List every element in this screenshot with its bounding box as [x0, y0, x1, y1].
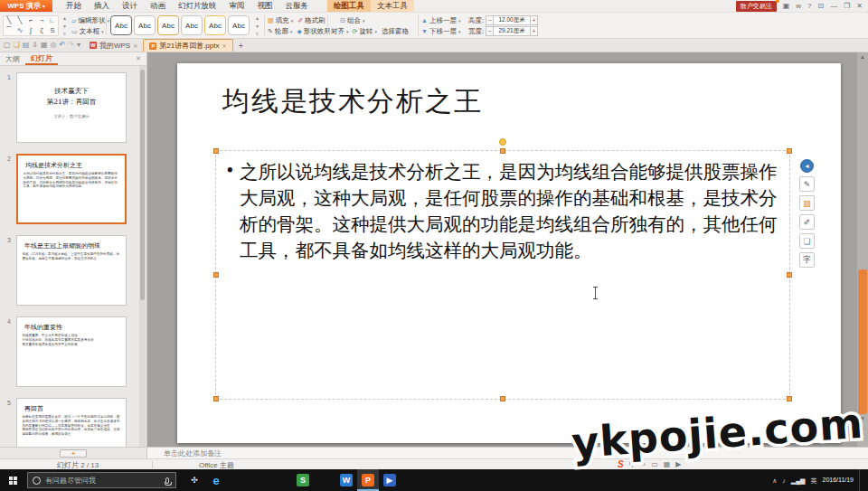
shape-style-option[interactable]: Abc — [110, 15, 132, 35]
fill-button[interactable]: 填充 — [276, 16, 289, 25]
scroll-up-icon[interactable]: ▲ — [255, 15, 259, 21]
tab-document[interactable]: P 第21讲再回首.pptx ✕ — [143, 39, 232, 52]
close-icon[interactable]: ✕ — [222, 42, 226, 49]
clock-date[interactable]: 2016/11/19 — [822, 477, 854, 484]
more-icon[interactable]: ▾ — [77, 42, 80, 49]
group-button[interactable]: 组合 — [347, 16, 361, 25]
slide-title-text[interactable]: 均线是技术分析之王 — [222, 83, 483, 120]
normal-view-icon[interactable]: ▭ — [651, 461, 658, 468]
new-slide-button[interactable]: + — [60, 449, 87, 458]
export-icon[interactable]: ⇩ — [32, 42, 38, 49]
resize-handle-n[interactable] — [500, 148, 505, 154]
taskbar-app-store-icon[interactable] — [227, 469, 249, 491]
menu-tab[interactable]: 文本工具 — [371, 0, 414, 12]
height-value[interactable]: 12.00厘米 — [494, 15, 530, 25]
restore-icon[interactable]: ❐ — [844, 3, 850, 10]
resize-handle-ne[interactable] — [787, 148, 792, 154]
collapse-icon[interactable]: ◂ — [800, 159, 814, 173]
scroll-down-icon[interactable]: ▼ — [62, 24, 67, 29]
rotate-button[interactable]: 旋转 — [359, 27, 373, 36]
menu-tab[interactable]: 云服务 — [279, 0, 316, 12]
tray-volume-icon[interactable]: ♪ — [782, 477, 786, 484]
close-icon[interactable]: ✕ — [136, 55, 146, 62]
style-gallery-scroll[interactable]: ▲ ▼ ≡ — [253, 15, 261, 36]
shape-gallery-scroll[interactable]: ▲ ▼ ≡ — [61, 15, 69, 36]
undo-icon[interactable]: ↶ — [60, 42, 66, 49]
rotate-handle[interactable] — [499, 138, 506, 146]
height-decrease-button[interactable]: − — [486, 15, 494, 25]
shape-style-option[interactable]: Abc — [204, 15, 226, 35]
send-backward-button[interactable]: ▼ 下移一层 ▾ — [421, 26, 465, 36]
sorter-view-icon[interactable]: ▦ — [664, 461, 671, 468]
help-icon[interactable]: ? — [807, 3, 811, 10]
taskbar-app-pinwheel-icon[interactable]: ✣ — [184, 469, 205, 491]
menu-tab[interactable]: 审阅 — [223, 0, 251, 12]
shape-icon[interactable]: ╲ — [4, 16, 14, 25]
tray-expand-icon[interactable]: ∧ — [772, 477, 777, 484]
slide-canvas[interactable]: 均线是技术分析之王 之所以说均线是技术分析之王，是因为均线组合能够提供股票操作大… — [177, 63, 841, 443]
shape-icon[interactable]: ⌐ — [25, 16, 36, 25]
taskbar-app-explorer-icon[interactable] — [249, 469, 270, 491]
vertical-scrollbar[interactable]: ▲ ▼ « » — [857, 52, 868, 447]
scroll-down-icon[interactable]: ▼ — [255, 24, 259, 29]
width-decrease-button[interactable]: − — [486, 26, 494, 36]
vip-icon[interactable]: w — [796, 3, 801, 10]
bring-forward-button[interactable]: ▲ 上移一层 ▾ — [421, 15, 465, 25]
shape-icon[interactable]: S — [47, 25, 58, 36]
scrollbar-thumb[interactable] — [858, 269, 867, 414]
menu-tab[interactable]: 设计 — [116, 0, 144, 12]
slide-thumbnail[interactable]: 技术赢天下 第21讲：再回首 主讲人：散户交易法 — [16, 72, 127, 143]
shape-icon[interactable]: ζ — [36, 25, 47, 36]
microphone-icon[interactable] — [165, 477, 169, 484]
taskbar-app-wps-writer-icon[interactable]: W — [335, 469, 357, 491]
menu-tab[interactable]: 幻灯片放映 — [172, 0, 223, 12]
outline-button[interactable]: 轮廓 — [275, 27, 288, 36]
format-painter-button[interactable]: 格式刷 — [305, 16, 326, 25]
app-logo[interactable]: WPS 演示 ▾ — [0, 0, 52, 12]
taskbar-app-player-icon[interactable]: ▶ — [379, 469, 401, 491]
new-icon[interactable]: ▢ — [4, 42, 11, 49]
redo-icon[interactable]: ↷ — [68, 42, 74, 49]
slide-body-text[interactable]: 之所以说均线是技术分析之王，是因为均线组合能够提供股票操作大局观，这种大局观，是… — [240, 159, 793, 264]
show-desktop-button[interactable] — [859, 469, 863, 491]
skin-icon[interactable]: ▣ — [783, 3, 790, 10]
slide-thumbnail[interactable]: 均线是技术分析之王 之所以说均线是技术分析之王，是因为均线组合能够提供股票操作大… — [16, 154, 127, 224]
gallery-more-icon[interactable]: ≡ — [256, 31, 259, 36]
selection-pane-button[interactable]: 选择窗格 — [382, 27, 409, 36]
layers-icon[interactable]: ❏ — [799, 233, 815, 249]
shape-gallery[interactable]: ╲╲⌐¬∟⌒∿ʃζS — [3, 15, 59, 36]
resize-handle-sw[interactable] — [213, 396, 219, 401]
resize-handle-s[interactable] — [500, 396, 505, 401]
tab-slides[interactable]: 幻灯片 — [25, 52, 58, 65]
selected-text-box[interactable]: 之所以说均线是技术分析之王，是因为均线组合能够提供股票操作大局观，这种大局观，是… — [215, 150, 790, 400]
tab-my-wps[interactable]: W 我的WPS ✕ — [84, 39, 143, 52]
preview-icon[interactable]: ◎ — [51, 42, 57, 49]
taskbar-app-red-icon[interactable] — [314, 469, 335, 491]
width-value[interactable]: 29.21厘米 — [494, 26, 530, 36]
width-increase-button[interactable]: + — [530, 26, 538, 36]
resize-handle-nw[interactable] — [213, 148, 219, 154]
menu-tab[interactable]: 绘图工具 — [327, 0, 371, 12]
new-tab-button[interactable]: + — [233, 39, 250, 52]
panel-scrollbar[interactable] — [139, 66, 146, 447]
resize-handle-e[interactable] — [787, 272, 792, 278]
shape-style-option[interactable]: Abc — [228, 15, 250, 35]
taskbar-app-green-icon[interactable] — [270, 469, 292, 491]
slide-thumbnail[interactable]: 年线的重要性 年线很重要，不少大牛股在年线上启动。 行情启动之际，年线也是非常重… — [16, 316, 127, 387]
close-icon[interactable]: ✕ — [133, 42, 137, 49]
menu-tab[interactable]: 开始 — [60, 0, 88, 12]
shape-style-option[interactable]: Abc — [181, 15, 203, 35]
height-increase-button[interactable]: + — [530, 15, 538, 25]
text-settings-icon[interactable]: 字 — [799, 252, 815, 268]
shape-icon[interactable]: ⌒ — [4, 25, 14, 36]
resize-handle-w[interactable] — [213, 272, 219, 278]
scrollbar-thumb[interactable] — [140, 70, 145, 300]
shape-style-option[interactable]: Abc — [157, 15, 179, 35]
menu-tab[interactable]: 插入 — [88, 0, 116, 12]
quick-style-icon[interactable]: ✎ — [799, 176, 815, 192]
taskbar-search[interactable]: 有问题尽管问我 — [27, 472, 176, 488]
shape-icon[interactable]: ∿ — [14, 25, 25, 36]
close-icon[interactable]: ✕ — [856, 3, 863, 10]
tab-outline[interactable]: 大纲 — [0, 52, 25, 65]
shape-icon[interactable]: ∟ — [47, 16, 58, 25]
